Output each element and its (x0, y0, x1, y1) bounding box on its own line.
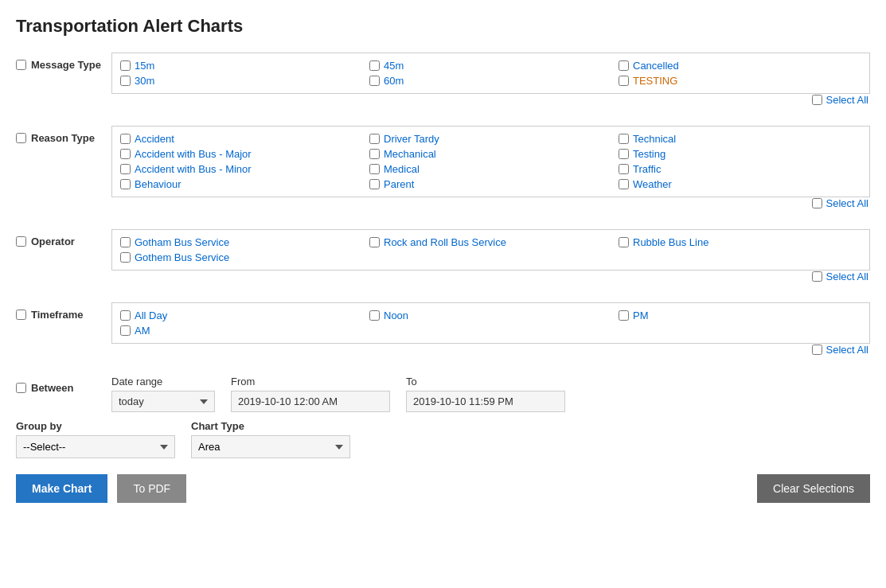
option-gotham-bus-checkbox[interactable] (120, 237, 131, 247)
list-item: Traffic (619, 163, 861, 175)
option-60m-checkbox[interactable] (369, 76, 380, 86)
option-noon-label[interactable]: Noon (384, 310, 408, 321)
option-weather-label[interactable]: Weather (633, 178, 672, 190)
option-all-day-label[interactable]: All Day (135, 310, 167, 321)
option-mechanical-label[interactable]: Mechanical (384, 148, 436, 160)
option-cancelled-checkbox[interactable] (619, 60, 629, 71)
timeframe-label: Timeframe (16, 302, 111, 321)
option-behaviour-checkbox[interactable] (120, 179, 131, 189)
reason-type-options-grid: Accident Driver Tardy Technical Accident… (120, 133, 861, 190)
option-rubble-bus-label[interactable]: Rubble Bus Line (633, 236, 708, 248)
option-all-day-checkbox[interactable] (120, 310, 131, 321)
option-behaviour-label[interactable]: Behaviour (135, 178, 181, 190)
option-rock-roll-bus-label[interactable]: Rock and Roll Bus Service (384, 236, 506, 248)
option-30m-checkbox[interactable] (120, 76, 131, 86)
list-item: Driver Tardy (369, 133, 612, 145)
list-item: 60m (369, 75, 612, 87)
option-medical-label[interactable]: Medical (384, 163, 420, 175)
option-45m-checkbox[interactable] (369, 60, 380, 71)
message-type-content: 15m 45m Cancelled 30m 60m (111, 53, 870, 118)
date-range-label: Date range (111, 376, 215, 387)
option-am-checkbox[interactable] (120, 325, 131, 336)
message-type-options-box: 15m 45m Cancelled 30m 60m (111, 53, 870, 94)
between-checkbox[interactable] (16, 383, 26, 393)
reason-type-select-all-text[interactable]: Select All (826, 197, 868, 209)
option-rock-roll-bus-checkbox[interactable] (369, 237, 380, 247)
list-item: Accident with Bus - Major (120, 148, 363, 160)
to-label: To (406, 376, 565, 387)
option-traffic-checkbox[interactable] (619, 164, 629, 174)
from-input[interactable] (231, 391, 390, 412)
message-type-label: Message Type (16, 53, 111, 71)
option-gothem-bus-checkbox[interactable] (120, 252, 131, 263)
date-range-group: Date range today yesterday last 7 days l… (111, 376, 215, 412)
option-testing-checkbox[interactable] (619, 76, 629, 86)
option-accident-label[interactable]: Accident (135, 133, 174, 145)
option-60m-label[interactable]: 60m (384, 75, 404, 87)
from-label: From (231, 376, 390, 387)
message-type-select-all-text[interactable]: Select All (826, 94, 868, 106)
timeframe-checkbox[interactable] (16, 310, 26, 320)
option-parent-checkbox[interactable] (369, 179, 380, 189)
operator-content: Gotham Bus Service Rock and Roll Bus Ser… (111, 229, 870, 294)
option-weather-checkbox[interactable] (619, 179, 629, 189)
option-testing-reason-label[interactable]: Testing (633, 148, 665, 160)
list-item: Testing (619, 148, 861, 160)
option-traffic-label[interactable]: Traffic (633, 163, 661, 175)
operator-options-box: Gotham Bus Service Rock and Roll Bus Ser… (111, 229, 870, 271)
to-input[interactable] (406, 391, 565, 412)
option-gothem-bus-label[interactable]: Gothem Bus Service (135, 251, 229, 263)
option-15m-label[interactable]: 15m (135, 60, 154, 72)
list-item: Rock and Roll Bus Service (369, 236, 612, 248)
timeframe-select-all-text[interactable]: Select All (826, 344, 868, 356)
option-technical-checkbox[interactable] (619, 134, 629, 144)
option-testing-label[interactable]: TESTING (633, 75, 677, 87)
option-cancelled-label[interactable]: Cancelled (633, 60, 679, 72)
option-parent-label[interactable]: Parent (384, 178, 414, 190)
between-fields: Date range today yesterday last 7 days l… (111, 376, 870, 412)
option-mechanical-checkbox[interactable] (369, 149, 380, 159)
message-type-row: Message Type 15m 45m Cancelled 30m (16, 53, 870, 118)
option-accident-bus-minor-label[interactable]: Accident with Bus - Minor (135, 163, 252, 175)
list-item: Technical (619, 133, 861, 145)
list-item: 15m (120, 60, 363, 72)
option-driver-tardy-checkbox[interactable] (369, 134, 380, 144)
to-pdf-button[interactable]: To PDF (117, 474, 186, 503)
option-15m-checkbox[interactable] (120, 60, 131, 71)
from-group: From (231, 376, 390, 412)
option-am-label[interactable]: AM (135, 325, 150, 337)
option-accident-bus-major-checkbox[interactable] (120, 149, 131, 159)
make-chart-button[interactable]: Make Chart (16, 474, 107, 503)
option-gotham-bus-label[interactable]: Gotham Bus Service (135, 236, 229, 248)
operator-select-all-row: Select All (111, 271, 870, 282)
operator-checkbox[interactable] (16, 236, 26, 247)
operator-select-all-text[interactable]: Select All (826, 271, 868, 282)
date-range-select[interactable]: today yesterday last 7 days last 30 days… (111, 391, 215, 412)
option-rubble-bus-checkbox[interactable] (619, 237, 629, 247)
reason-type-checkbox[interactable] (16, 133, 26, 143)
chart-type-label: Chart Type (191, 420, 350, 432)
chart-type-select[interactable]: Area Bar Line Pie (191, 435, 350, 458)
option-accident-bus-minor-checkbox[interactable] (120, 164, 131, 174)
reason-type-select-all-checkbox[interactable] (812, 198, 822, 208)
option-accident-bus-major-label[interactable]: Accident with Bus - Major (135, 148, 252, 160)
timeframe-select-all-checkbox[interactable] (812, 345, 822, 355)
option-30m-label[interactable]: 30m (135, 75, 154, 87)
option-testing-reason-checkbox[interactable] (619, 149, 629, 159)
option-medical-checkbox[interactable] (369, 164, 380, 174)
buttons-row: Make Chart To PDF Clear Selections (16, 474, 870, 503)
option-pm-label[interactable]: PM (633, 310, 649, 321)
option-noon-checkbox[interactable] (369, 310, 380, 321)
operator-options-grid: Gotham Bus Service Rock and Roll Bus Ser… (120, 236, 861, 263)
operator-select-all-checkbox[interactable] (812, 271, 822, 282)
option-45m-label[interactable]: 45m (384, 60, 404, 72)
option-technical-label[interactable]: Technical (633, 133, 676, 145)
clear-selections-button[interactable]: Clear Selections (757, 474, 870, 503)
option-pm-checkbox[interactable] (619, 310, 629, 321)
option-accident-checkbox[interactable] (120, 134, 131, 144)
message-type-select-all-checkbox[interactable] (812, 95, 822, 105)
group-by-select[interactable]: --Select-- Message Type Reason Type Oper… (16, 435, 175, 458)
message-type-checkbox[interactable] (16, 60, 26, 70)
option-driver-tardy-label[interactable]: Driver Tardy (384, 133, 439, 145)
timeframe-select-all-row: Select All (111, 344, 870, 356)
